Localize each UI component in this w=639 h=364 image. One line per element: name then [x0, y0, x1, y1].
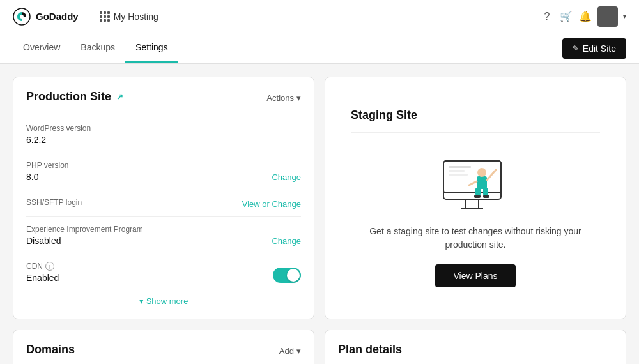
- tab-settings[interactable]: Settings: [125, 33, 178, 63]
- svg-line-12: [487, 170, 496, 180]
- top-navigation: GoDaddy My Hosting ? 🛒 🔔 ▾: [0, 0, 639, 33]
- staging-illustration: [431, 148, 520, 212]
- staging-title: Staging Site: [351, 109, 600, 122]
- eip-label: Experience Improvement Program: [26, 225, 143, 234]
- svg-rect-2: [443, 161, 501, 193]
- ssh-sftp-link[interactable]: View or Change: [242, 199, 301, 209]
- avatar-chevron-icon[interactable]: ▾: [623, 13, 626, 20]
- production-card-title: Production Site ↗: [26, 90, 123, 103]
- add-label: Add: [279, 346, 294, 356]
- show-more-button[interactable]: ▾ Show more: [26, 291, 301, 306]
- php-version-row: PHP version 8.0 Change: [26, 153, 301, 190]
- cdn-label-wrapper: CDN i: [26, 262, 59, 271]
- cart-icon[interactable]: 🛒: [559, 10, 573, 24]
- wordpress-version-label: WordPress version: [26, 124, 301, 133]
- brand-name: GoDaddy: [36, 11, 79, 22]
- svg-rect-11: [483, 195, 489, 198]
- php-version-inner: PHP version 8.0 Change: [26, 161, 301, 182]
- help-icon[interactable]: ?: [540, 10, 554, 24]
- plan-title: Plan details: [338, 343, 613, 356]
- ssh-sftp-inner: SSH/SFTP login View or Change: [26, 198, 301, 209]
- ssh-sftp-row: SSH/SFTP login View or Change: [26, 190, 301, 217]
- godaddy-logo-icon: [13, 8, 31, 26]
- svg-point-7: [477, 168, 486, 177]
- edit-icon: ✎: [573, 44, 579, 53]
- grid-icon: [100, 11, 110, 22]
- view-plans-button[interactable]: View Plans: [435, 264, 515, 287]
- ssh-sftp-left: SSH/SFTP login: [26, 198, 82, 209]
- chevron-down-icon: ▾: [139, 296, 144, 306]
- production-title-text: Production Site: [26, 90, 111, 103]
- plan-details-card: Plan details Basic: [325, 330, 626, 364]
- domains-title: Domains: [26, 343, 75, 356]
- eip-change-link[interactable]: Change: [272, 236, 301, 246]
- actions-chevron-icon: ▾: [296, 93, 301, 103]
- cdn-row: CDN i Enabled: [26, 254, 301, 291]
- svg-rect-14: [449, 166, 471, 168]
- show-more-label: Show more: [146, 296, 189, 306]
- edit-site-label: Edit Site: [583, 43, 616, 54]
- nav-divider: [89, 9, 89, 24]
- ssh-sftp-label: SSH/SFTP login: [26, 198, 82, 207]
- cdn-info-icon[interactable]: i: [45, 262, 54, 271]
- external-link-icon[interactable]: ↗: [116, 92, 123, 102]
- production-card-header: Production Site ↗ Actions ▾: [26, 90, 301, 106]
- actions-button[interactable]: Actions ▾: [266, 93, 301, 103]
- cdn-left: CDN i Enabled: [26, 262, 59, 283]
- wordpress-version-row: WordPress version 6.2.2: [26, 116, 301, 153]
- cdn-inner: CDN i Enabled: [26, 262, 301, 283]
- tab-backups[interactable]: Backups: [70, 33, 125, 63]
- svg-rect-6: [477, 176, 487, 189]
- add-chevron-icon: ▾: [296, 346, 301, 356]
- domains-card: Domains Add ▾ 🔒 https:// PRIMARY •••: [13, 330, 314, 364]
- domains-card-header: Domains Add ▾: [26, 343, 301, 359]
- actions-label: Actions: [266, 93, 294, 103]
- svg-rect-15: [449, 170, 465, 172]
- myhosting-link[interactable]: My Hosting: [100, 11, 158, 22]
- staging-description: Get a staging site to test changes witho…: [351, 225, 600, 252]
- subnav-tabs: Overview Backups Settings: [13, 33, 178, 63]
- eip-value: Disabled: [26, 236, 143, 246]
- cdn-toggle[interactable]: [273, 268, 301, 283]
- svg-point-0: [13, 8, 30, 25]
- cdn-label-text: CDN: [26, 262, 43, 271]
- production-site-card: Production Site ↗ Actions ▾ WordPress ve…: [13, 77, 314, 319]
- svg-rect-9: [483, 188, 488, 195]
- edit-site-button[interactable]: ✎ Edit Site: [562, 38, 626, 59]
- sub-navigation: Overview Backups Settings ✎ Edit Site: [0, 33, 639, 64]
- add-domain-button[interactable]: Add ▾: [279, 346, 301, 356]
- topnav-left: GoDaddy My Hosting: [13, 8, 158, 26]
- bell-icon[interactable]: 🔔: [578, 10, 592, 24]
- logo[interactable]: GoDaddy: [13, 8, 79, 26]
- svg-rect-16: [449, 174, 468, 176]
- svg-line-13: [469, 181, 477, 185]
- php-change-link[interactable]: Change: [272, 172, 301, 182]
- tab-overview[interactable]: Overview: [13, 33, 70, 63]
- php-version-value: 8.0: [26, 172, 68, 182]
- myhosting-label: My Hosting: [114, 11, 158, 22]
- cdn-value: Enabled: [26, 273, 59, 283]
- avatar[interactable]: [597, 6, 618, 27]
- php-version-label: PHP version: [26, 161, 68, 170]
- eip-inner: Experience Improvement Program Disabled …: [26, 225, 301, 246]
- topnav-right: ? 🛒 🔔 ▾: [540, 6, 626, 27]
- main-content: Production Site ↗ Actions ▾ WordPress ve…: [0, 64, 639, 364]
- svg-rect-8: [475, 188, 481, 195]
- svg-rect-10: [474, 195, 481, 198]
- eip-row: Experience Improvement Program Disabled …: [26, 217, 301, 254]
- php-version-left: PHP version 8.0: [26, 161, 68, 182]
- wordpress-version-value: 6.2.2: [26, 135, 301, 145]
- staging-site-card: Staging Site: [325, 77, 626, 319]
- eip-left: Experience Improvement Program Disabled: [26, 225, 143, 246]
